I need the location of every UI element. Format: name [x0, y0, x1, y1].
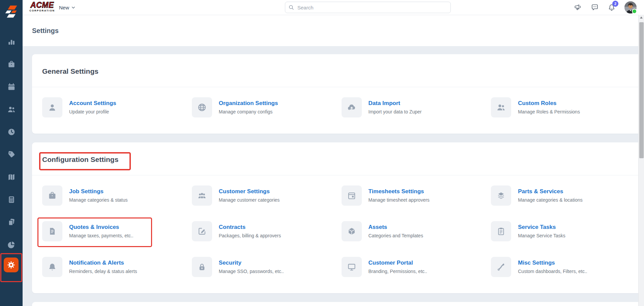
sidebar-item-calculator[interactable] — [0, 188, 23, 211]
setting-item-customer-portal[interactable]: Customer PortalBranding, Permissions, et… — [342, 257, 491, 277]
cube-icon — [342, 221, 362, 241]
setting-item-assets[interactable]: AssetsCategories and Templates — [342, 221, 491, 241]
item-subtitle: Manage categories & status — [69, 197, 128, 203]
section-head: General Settings — [32, 54, 644, 87]
item-subtitle: Packages, billing & approvers — [219, 233, 281, 238]
people-group-icon — [192, 185, 212, 206]
clock-icon — [7, 128, 16, 136]
setting-item-security[interactable]: SecurityManage SSO, passwords, etc.. — [192, 257, 342, 277]
sidebar-item-briefcase[interactable] — [0, 53, 23, 75]
lock-icon — [192, 257, 212, 277]
item-title: Timesheets Settings — [369, 188, 430, 195]
edit-square-icon — [192, 221, 212, 241]
item-text: Notification & AlertsReminders, delay & … — [69, 260, 137, 274]
calendar-icon — [7, 82, 16, 91]
acme-logo-line1: ACME — [29, 1, 56, 9]
avatar[interactable] — [624, 1, 637, 13]
setting-item-data-import[interactable]: Data ImportImport your data to Zuper — [342, 97, 491, 117]
item-title: Custom Roles — [518, 100, 580, 107]
topbar: ACME CORPORATION New 2 — [23, 0, 644, 15]
online-status-dot — [632, 9, 637, 14]
item-text: Quotes & InvoicesManage taxes, payments,… — [69, 224, 134, 238]
setting-item-quotes-invoices[interactable]: Quotes & InvoicesManage taxes, payments,… — [42, 221, 192, 241]
item-subtitle: Manage company configs — [219, 109, 278, 114]
item-text: AssetsCategories and Templates — [369, 224, 423, 238]
sidebar — [0, 0, 23, 306]
clipboard-icon — [491, 221, 511, 241]
item-title: Service Tasks — [518, 224, 565, 231]
item-subtitle: Branding, Permissions, etc.. — [369, 269, 427, 274]
item-title: Account Settings — [69, 100, 116, 107]
sidebar-item-documents[interactable] — [0, 211, 23, 233]
sidebar-item-settings[interactable] — [4, 258, 19, 272]
section-head: Configuration Settings — [32, 142, 644, 175]
main-area: ACME CORPORATION New 2 — [23, 0, 644, 306]
setting-item-service-tasks[interactable]: Service TasksManage Service Tasks — [491, 221, 641, 241]
topbar-right: 2 — [574, 0, 637, 15]
sidebar-item-map[interactable] — [0, 166, 23, 188]
item-title: Customer Portal — [369, 260, 427, 266]
announcements-icon[interactable] — [574, 3, 582, 11]
notifications-bell-icon[interactable]: 2 — [608, 3, 616, 11]
item-subtitle: Reminders, delay & status alerts — [69, 269, 137, 274]
item-title: Quotes & Invoices — [69, 224, 134, 231]
calendar-event-icon — [342, 185, 362, 206]
briefcase-icon — [7, 60, 16, 69]
acme-logo-line2: CORPORATION — [29, 9, 56, 12]
item-subtitle: Manage taxes, payments, etc.. — [69, 233, 134, 238]
section-title-configuration: Configuration Settings — [42, 156, 118, 164]
setting-item-custom-roles[interactable]: Custom RolesManage Roles & Permissions — [491, 97, 641, 117]
setting-item-notification-alerts[interactable]: Notification & AlertsReminders, delay & … — [42, 257, 192, 277]
section-title-general: General Settings — [42, 67, 98, 75]
setting-item-parts-services[interactable]: Parts & ServicesManage categories & loca… — [491, 185, 641, 206]
chevron-down-icon — [71, 5, 76, 10]
section-general-settings: General Settings Account SettingsUpdate … — [32, 54, 644, 134]
setting-item-customer-settings[interactable]: Customer SettingsManage customer categor… — [192, 185, 342, 206]
zuper-logo-icon — [0, 0, 23, 23]
scrollbar-up-arrow[interactable] — [639, 15, 644, 20]
acme-logo: ACME CORPORATION — [29, 1, 56, 12]
new-dropdown-label: New — [59, 5, 69, 10]
setting-item-misc-settings[interactable]: Misc SettingsCustom dashboards, Filters,… — [491, 257, 641, 277]
notification-badge: 2 — [612, 1, 618, 7]
tag-icon — [7, 150, 16, 159]
item-text: Data ImportImport your data to Zuper — [369, 100, 422, 114]
search-input[interactable] — [285, 2, 451, 13]
chat-icon[interactable] — [591, 3, 599, 11]
item-subtitle: Import your data to Zuper — [369, 109, 422, 114]
sidebar-item-clock[interactable] — [0, 121, 23, 143]
setting-item-timesheets-settings[interactable]: Timesheets SettingsManage timesheet appr… — [342, 185, 491, 206]
sidebar-item-tag[interactable] — [0, 143, 23, 166]
item-text: Organization SettingsManage company conf… — [219, 100, 278, 114]
subheader: Settings — [23, 15, 644, 46]
scrollbar — [638, 15, 644, 306]
item-subtitle: Manage customer categories — [219, 197, 280, 203]
section-configuration-settings: Configuration Settings Job SettingsManag… — [32, 142, 644, 293]
item-title: Security — [219, 260, 284, 266]
section-custom-fields-checklist: Custom Fields & Checklist Settings — [32, 302, 644, 306]
item-subtitle: Update your profile — [69, 109, 116, 114]
item-text: Customer SettingsManage customer categor… — [219, 188, 280, 203]
search-bar — [285, 2, 451, 13]
setting-item-contracts[interactable]: ContractsPackages, billing & approvers — [192, 221, 342, 241]
item-text: SecurityManage SSO, passwords, etc.. — [219, 260, 284, 274]
item-title: Contracts — [219, 224, 281, 231]
item-text: Parts & ServicesManage categories & loca… — [518, 188, 582, 203]
item-subtitle: Manage Service Tasks — [518, 233, 565, 238]
item-title: Organization Settings — [219, 100, 278, 107]
item-title: Assets — [369, 224, 423, 231]
sidebar-item-bar-chart[interactable] — [0, 30, 23, 53]
users-icon — [491, 97, 511, 117]
pie-chart-icon — [7, 240, 16, 249]
setting-item-account-settings[interactable]: Account SettingsUpdate your profile — [42, 97, 192, 117]
item-subtitle: Manage categories & locations — [518, 197, 582, 203]
setting-item-job-settings[interactable]: Job SettingsManage categories & status — [42, 185, 192, 206]
globe-icon — [192, 97, 212, 117]
sidebar-item-users[interactable] — [0, 98, 23, 121]
item-text: Custom RolesManage Roles & Permissions — [518, 100, 580, 114]
sidebar-item-pie-chart[interactable] — [0, 233, 23, 256]
new-dropdown[interactable]: New — [59, 0, 76, 15]
setting-item-organization-settings[interactable]: Organization SettingsManage company conf… — [192, 97, 342, 117]
sidebar-item-calendar[interactable] — [0, 75, 23, 98]
scrollbar-thumb[interactable] — [639, 22, 644, 158]
